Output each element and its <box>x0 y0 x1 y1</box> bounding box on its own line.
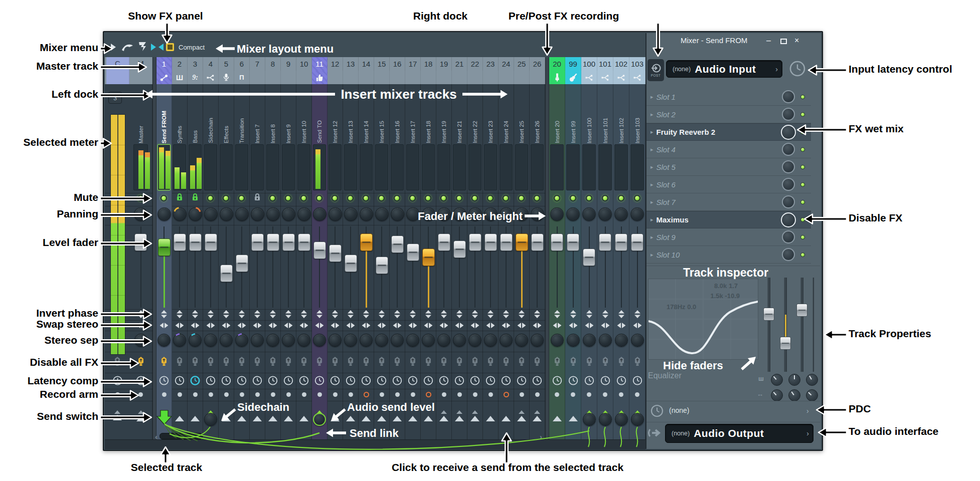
master-track-header[interactable]: M <box>129 57 152 84</box>
jack-icon[interactable] <box>549 71 565 84</box>
stereo-separation-knob[interactable] <box>567 334 580 347</box>
track-number-10[interactable]: 10 <box>296 57 312 71</box>
record-arm-dot[interactable] <box>488 392 493 397</box>
stereo-separation-knob[interactable] <box>453 334 466 347</box>
record-arm-dot[interactable] <box>457 392 462 397</box>
level-fader[interactable] <box>583 249 595 266</box>
latency-compensation-clock-icon[interactable] <box>552 375 562 388</box>
fx-mix-knob[interactable] <box>782 178 795 191</box>
record-arm-dot[interactable] <box>473 392 477 397</box>
record-arm-dot[interactable] <box>193 392 198 397</box>
mixer-track-21[interactable]: Insert 21 <box>452 84 467 439</box>
level-fader[interactable] <box>469 233 481 251</box>
invert-phase-button[interactable] <box>456 310 462 320</box>
fx-enable-led[interactable] <box>800 147 805 152</box>
audio-input-selector[interactable]: (none) Audio Input › <box>666 60 782 78</box>
invert-phase-button[interactable] <box>348 310 354 320</box>
swap-stereo-button[interactable] <box>455 321 464 330</box>
send-switch[interactable] <box>424 416 433 421</box>
mixer-track-24[interactable]: Insert 24 <box>499 84 514 439</box>
level-fader[interactable] <box>298 233 310 251</box>
swap-stereo-button[interactable] <box>253 321 262 330</box>
send-switch[interactable] <box>439 416 448 421</box>
eq-knob[interactable] <box>771 374 783 386</box>
mixer-track-22[interactable]: Insert 22 <box>467 84 483 439</box>
mixer-track-13[interactable]: Insert 13 <box>343 84 359 439</box>
record-arm-dot[interactable] <box>603 392 607 397</box>
mixer-track-23[interactable]: Insert 23 <box>483 84 499 439</box>
mixer-track-12[interactable]: Insert 12 <box>328 84 343 439</box>
swap-stereo-button[interactable] <box>440 321 448 330</box>
mixer-track-102[interactable]: Insert 102 <box>613 84 629 439</box>
eq-preview[interactable]: 8.0k 1.7 1.5k -10.9 178Hz 0.0 <box>648 279 758 360</box>
send-switch[interactable] <box>517 416 526 421</box>
fx-mix-knob[interactable] <box>782 108 795 121</box>
track-number-19[interactable]: 19 <box>436 57 452 71</box>
pan-knob[interactable] <box>282 207 295 221</box>
mute-led[interactable] <box>425 195 431 201</box>
mixer-scrollbar[interactable] <box>105 439 645 449</box>
latency-compensation-clock-icon[interactable] <box>408 375 418 388</box>
mixer-track-103[interactable]: Insert 103 <box>629 84 645 439</box>
fx-mix-knob[interactable] <box>782 195 795 208</box>
mixer-track-9[interactable]: Insert 9 <box>281 84 296 439</box>
latency-compensation-clock-icon[interactable] <box>517 375 527 388</box>
mute-led[interactable] <box>269 195 276 201</box>
fx-slot-2[interactable]: ▸ Slot 2 <box>646 106 811 123</box>
latency-compensation-clock-icon[interactable] <box>175 375 185 388</box>
record-arm-dot[interactable] <box>255 392 260 397</box>
level-fader[interactable] <box>422 249 435 266</box>
mixer-track-7[interactable]: Insert 7 <box>250 84 265 439</box>
invert-phase-button[interactable] <box>239 310 245 320</box>
disable-fx-lamp-icon[interactable] <box>585 356 593 368</box>
mute-led[interactable] <box>316 195 322 201</box>
fx-slot-10[interactable]: ▸ Slot 10 <box>646 246 811 264</box>
disable-fx-lamp-icon[interactable] <box>601 356 609 368</box>
swap-stereo-button[interactable] <box>136 321 145 330</box>
send-level-knob[interactable] <box>204 413 217 426</box>
disable-fx-lamp-icon[interactable] <box>238 356 246 368</box>
send-level-knob[interactable] <box>583 413 596 426</box>
track-number-101[interactable]: 101 <box>597 57 613 71</box>
mute-led[interactable] <box>618 195 624 201</box>
stereo-separation-knob[interactable] <box>468 334 481 347</box>
record-arm-dot[interactable] <box>317 392 322 397</box>
record-arm-dot[interactable] <box>619 392 623 397</box>
swap-stereo-button[interactable] <box>207 321 215 330</box>
pan-knob[interactable] <box>614 207 628 221</box>
mute-led[interactable] <box>300 195 307 201</box>
level-fader[interactable] <box>282 233 295 251</box>
track-number-18[interactable]: 18 <box>421 57 436 71</box>
latency-compensation-clock-icon[interactable] <box>377 375 387 388</box>
invert-phase-button[interactable] <box>410 310 416 320</box>
pan-knob[interactable] <box>220 207 233 221</box>
stereo-separation-knob[interactable] <box>360 334 373 347</box>
mixer-track-16[interactable]: Insert 16 <box>390 84 405 439</box>
fx-enable-led[interactable] <box>800 235 805 239</box>
stereo-separation-knob[interactable] <box>437 334 450 347</box>
pan-knob[interactable] <box>204 207 218 221</box>
swap-stereo-button[interactable] <box>269 321 277 330</box>
route-icon[interactable] <box>613 71 629 84</box>
track-number-24[interactable]: 24 <box>499 57 514 71</box>
invert-phase-button[interactable] <box>586 310 592 320</box>
latency-compensation-clock-icon[interactable] <box>159 375 170 388</box>
mixer-track-8[interactable]: Insert 8 <box>265 84 281 439</box>
invert-phase-button[interactable] <box>270 310 276 320</box>
disable-fx-lamp-icon[interactable] <box>471 356 479 368</box>
track-number-103[interactable]: 103 <box>629 57 645 71</box>
clef-icon[interactable]: 9: <box>188 71 203 84</box>
disable-fx-lamp-icon[interactable] <box>440 356 448 368</box>
route-icon[interactable] <box>203 71 219 84</box>
record-arm-dot[interactable] <box>333 392 338 397</box>
stereo-separation-knob[interactable] <box>134 334 147 347</box>
mute-led[interactable] <box>160 195 167 201</box>
latency-compensation-clock-icon[interactable] <box>616 375 626 388</box>
disable-fx-lamp-icon[interactable] <box>409 356 417 368</box>
swap-stereo-button[interactable] <box>238 321 246 330</box>
mute-led[interactable] <box>586 195 592 201</box>
latency-compensation-clock-icon[interactable] <box>439 375 449 388</box>
mute-led[interactable] <box>503 195 509 201</box>
send-switch[interactable] <box>553 416 562 421</box>
latency-compensation-clock-icon[interactable] <box>237 375 247 388</box>
